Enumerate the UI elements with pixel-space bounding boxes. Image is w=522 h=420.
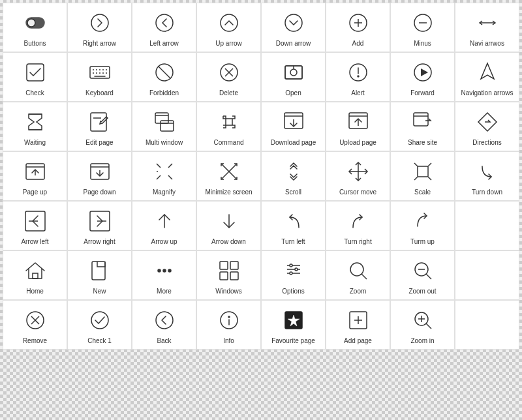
svg-line-100 [426, 274, 431, 279]
svg-point-2 [91, 14, 108, 31]
svg-line-70 [229, 172, 237, 179]
svg-point-32 [290, 69, 297, 76]
icon-new: New [67, 250, 132, 300]
svg-line-68 [229, 164, 237, 172]
icon-down-arrow: Down arrow [261, 3, 326, 52]
icon-zoom-out: Zoom out [390, 250, 455, 300]
icon-left-arrow: Left arrow [132, 3, 196, 52]
svg-line-63 [157, 164, 161, 168]
svg-line-64 [168, 164, 172, 168]
icon-turn-right: Turn right [326, 201, 390, 250]
icon-open: Open [261, 52, 326, 102]
icon-add: Add [326, 3, 390, 52]
svg-rect-89 [220, 272, 228, 280]
icon-up-arrow: Up arrow [196, 3, 261, 52]
svg-line-66 [168, 175, 172, 179]
svg-line-69 [221, 172, 229, 179]
svg-line-26 [159, 67, 170, 78]
svg-point-94 [290, 264, 292, 267]
icon-scale: Scale [390, 151, 455, 201]
svg-rect-88 [230, 262, 238, 269]
icon-zoom-in: Zoom in [390, 300, 455, 350]
icon-alert: Alert [326, 52, 390, 102]
icon-page-up: Page up [3, 151, 67, 201]
svg-point-3 [156, 14, 173, 31]
icon-share-site: Share site [390, 102, 455, 151]
svg-rect-12 [27, 64, 44, 81]
icon-arrow-up: Arrow up [132, 201, 196, 250]
svg-marker-39 [481, 63, 494, 79]
icon-buttons: Buttons [3, 3, 67, 52]
icon-multi-window: Multi window [132, 102, 196, 151]
icon-forbidden: Forbidden [132, 52, 196, 102]
icon-command: Command [196, 102, 261, 151]
svg-point-85 [163, 269, 166, 272]
icon-scroll: Scroll [261, 151, 326, 201]
svg-rect-44 [155, 113, 168, 123]
icon-back: Back [132, 300, 196, 350]
svg-line-116 [426, 323, 431, 329]
svg-line-98 [361, 274, 367, 279]
icon-keyboard: Keyboard [67, 52, 132, 102]
svg-line-76 [414, 177, 418, 180]
svg-line-74 [414, 163, 418, 166]
icon-turn-left: Turn left [261, 201, 326, 250]
icon-download-page: Download page [261, 102, 326, 151]
icon-edit-page: Edit page [67, 102, 132, 151]
icon-remove: Remove [3, 300, 67, 350]
svg-point-84 [158, 269, 161, 272]
icon-upload-page: Upload page [326, 102, 390, 151]
svg-line-75 [428, 163, 431, 166]
icon-favourite-page: Favourite page [261, 300, 326, 350]
icon-empty-2 [455, 250, 519, 300]
svg-rect-54 [414, 113, 428, 126]
icon-options: Options [261, 250, 326, 300]
svg-point-4 [221, 14, 238, 31]
icon-check1: Check 1 [67, 300, 132, 350]
icon-more: More [132, 250, 196, 300]
svg-rect-83 [92, 262, 105, 280]
svg-line-67 [221, 164, 229, 172]
svg-rect-82 [33, 273, 38, 278]
svg-point-106 [156, 312, 173, 329]
icon-navigation-arrows: Navigation arrows [455, 52, 519, 102]
icon-arrow-down: Arrow down [196, 201, 261, 250]
icon-navi-arrows: Navi arrwos [455, 3, 519, 52]
svg-marker-38 [421, 68, 428, 76]
svg-rect-87 [220, 262, 228, 269]
icon-empty-3 [455, 300, 519, 350]
icon-arrow-left: Arrow left [3, 201, 67, 250]
icon-right-arrow: Right arrow [67, 3, 132, 52]
icon-arrow-right: Arrow right [67, 201, 132, 250]
svg-point-95 [295, 268, 298, 271]
icon-empty-1 [455, 201, 519, 250]
svg-rect-73 [418, 166, 428, 177]
icon-info: Info [196, 300, 261, 350]
svg-point-108 [228, 316, 230, 318]
icon-check: Check [3, 52, 67, 102]
icon-cursor-move: Cursor move [326, 151, 390, 201]
svg-rect-46 [161, 121, 174, 131]
icon-turn-down: Turn down [455, 151, 519, 201]
icon-waiting: Waiting [3, 102, 67, 151]
svg-point-86 [168, 269, 171, 272]
icon-add-page: Add page [326, 300, 390, 350]
icon-windows: Windows [196, 250, 261, 300]
svg-line-77 [428, 177, 431, 180]
icon-forward: Forward [390, 52, 455, 102]
svg-point-105 [91, 312, 108, 329]
icon-page-down: Page down [67, 151, 132, 201]
icon-minus: Minus [390, 3, 455, 52]
icon-delete: Delete [196, 52, 261, 102]
icon-magnify: Magnify [132, 151, 196, 201]
icon-grid: Buttons Right arrow Left arrow U [0, 0, 522, 352]
icon-minimize-screen: Minimize screen [196, 151, 261, 201]
svg-point-96 [290, 272, 292, 275]
icon-directions: Directions [455, 102, 519, 151]
svg-point-1 [27, 19, 35, 27]
svg-point-5 [285, 14, 302, 31]
svg-rect-90 [230, 272, 238, 280]
icon-zoom: Zoom [326, 250, 390, 300]
icon-home: Home [3, 250, 67, 300]
svg-point-36 [358, 76, 359, 77]
